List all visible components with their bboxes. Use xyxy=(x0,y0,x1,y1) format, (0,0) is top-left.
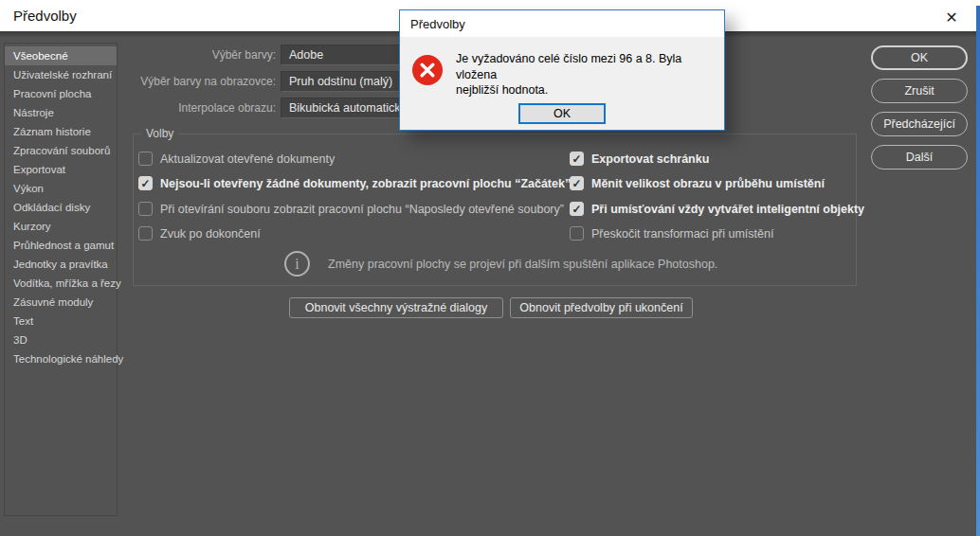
error-dialog-body: Je vyžadováno celé číslo mezi 96 a 8. By… xyxy=(400,37,724,130)
checkbox[interactable] xyxy=(138,152,153,166)
option-auto-update-documents[interactable]: Aktualizovat otevřené dokumenty xyxy=(138,151,335,167)
checkbox[interactable] xyxy=(570,176,584,190)
window-title: Předvolby xyxy=(13,0,77,31)
sidebar-item-technologicke-nahledy[interactable]: Technologické náhledy xyxy=(5,349,117,368)
background-window-edge xyxy=(976,6,980,536)
option-skip-transform-when-placing[interactable]: Přeskočit transformaci při umístění xyxy=(570,225,773,241)
checkbox[interactable] xyxy=(570,226,584,241)
option-show-start-workspace[interactable]: Nejsou-li otevřeny žádné dokumenty, zobr… xyxy=(138,175,571,191)
checkbox[interactable] xyxy=(570,152,584,166)
sidebar-item-uzivatelske-rozhrani[interactable]: Uživatelské rozhraní xyxy=(5,65,117,84)
previous-button[interactable]: Předcházející xyxy=(871,112,968,136)
next-button[interactable]: Další xyxy=(871,145,968,170)
error-dialog: Předvolby Je vyžadováno celé číslo mezi … xyxy=(399,9,725,131)
option-beep-when-done[interactable]: Zvuk po dokončení xyxy=(138,225,261,241)
error-icon xyxy=(412,55,443,85)
sidebar-item-zasuvne-moduly[interactable]: Zásuvné moduly xyxy=(5,293,117,312)
reset-preferences-on-quit-button[interactable]: Obnovit předvolby při ukončení xyxy=(510,297,693,318)
reset-warning-dialogs-button[interactable]: Obnovit všechny výstražné dialogy xyxy=(289,297,503,318)
sidebar-item-pruhlednost-a-gamut[interactable]: Průhlednost a gamut xyxy=(5,236,117,255)
sidebar-item-pracovni-plocha[interactable]: Pracovní plocha xyxy=(5,84,117,103)
sidebar-item-vykon[interactable]: Výkon xyxy=(5,179,117,198)
error-message: Je vyžadováno celé číslo mezi 96 a 8. By… xyxy=(456,51,721,98)
checkbox[interactable] xyxy=(138,226,153,241)
sidebar-item-zaznam-historie[interactable]: Záznam historie xyxy=(5,122,117,141)
option-always-create-smart-objects[interactable]: Při umísťování vždy vytvářet inteligentn… xyxy=(570,201,864,217)
sidebar-item-3d[interactable]: 3D xyxy=(5,331,117,349)
sidebar-item-kurzory[interactable]: Kurzory xyxy=(5,217,117,236)
option-show-recent-files-workspace[interactable]: Při otevírání souboru zobrazit pracovní … xyxy=(138,201,564,217)
close-icon[interactable]: ✕ xyxy=(938,6,965,28)
preferences-window: Předvolby ✕ Všeobecné Uživatelské rozhra… xyxy=(0,0,980,536)
preferences-sidebar: Všeobecné Uživatelské rozhraní Pracovní … xyxy=(4,43,118,516)
sidebar-item-zpracovani-souboru[interactable]: Zpracování souborů xyxy=(5,141,117,160)
info-icon: i xyxy=(284,251,310,277)
checkbox[interactable] xyxy=(138,176,153,190)
option-resize-image-during-place[interactable]: Měnit velikost obrazu v průběhu umístění xyxy=(570,175,825,191)
option-export-clipboard[interactable]: Exportovat schránku xyxy=(570,151,709,167)
sidebar-item-jednotky-a-pravitka[interactable]: Jednotky a pravítka xyxy=(5,255,117,274)
sidebar-item-odkladaci-disky[interactable]: Odkládací disky xyxy=(5,198,117,217)
workspace-info-text: Změny pracovní plochy se projeví při dal… xyxy=(328,258,717,271)
error-ok-button[interactable]: OK xyxy=(518,103,606,124)
sidebar-item-voditka-mrizka-rezy[interactable]: Vodítka, mřížka a řezy xyxy=(5,274,117,293)
ok-button[interactable]: OK xyxy=(871,45,968,70)
error-dialog-titlebar: Předvolby xyxy=(400,10,724,37)
sidebar-item-vseobecne[interactable]: Všeobecné xyxy=(5,46,117,65)
checkbox[interactable] xyxy=(570,202,584,216)
sidebar-item-nastroje[interactable]: Nástroje xyxy=(5,103,117,122)
checkbox[interactable] xyxy=(138,202,153,216)
options-group-title: Volby xyxy=(141,127,178,140)
cancel-button[interactable]: Zrušit xyxy=(871,79,968,103)
sidebar-item-text[interactable]: Text xyxy=(5,312,117,331)
sidebar-item-exportovat[interactable]: Exportovat xyxy=(5,160,117,179)
workspace-info: i Změny pracovní plochy se projeví při d… xyxy=(284,251,717,277)
error-dialog-title: Předvolby xyxy=(410,17,465,31)
